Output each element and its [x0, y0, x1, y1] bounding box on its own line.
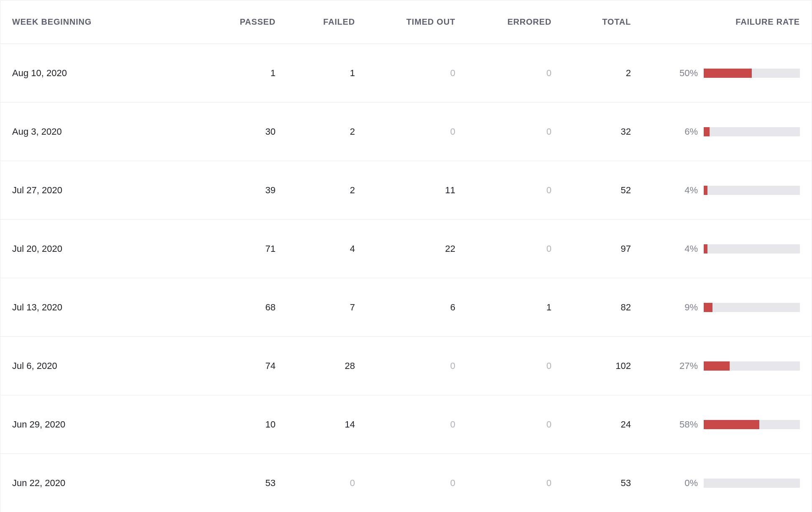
- failure-rate-label: 50%: [679, 68, 698, 79]
- cell-errored: 1: [455, 302, 552, 313]
- col-header-week[interactable]: Week Beginning: [12, 17, 188, 27]
- cell-passed: 10: [188, 419, 276, 430]
- failure-rate-fill: [704, 186, 707, 195]
- failure-rate-wrap: 58%: [631, 419, 800, 430]
- cell-errored: 0: [455, 478, 552, 489]
- failure-rate-wrap: 0%: [631, 478, 800, 489]
- failure-rate-wrap: 27%: [631, 361, 800, 371]
- table-row[interactable]: Jul 20, 2020714220974%: [0, 220, 812, 278]
- table-row[interactable]: Jun 22, 202053000530%: [0, 454, 812, 512]
- table-body: Aug 10, 20201100250%Aug 3, 202030200326%…: [0, 44, 812, 512]
- cell-failed: 28: [276, 361, 355, 371]
- failure-rate-fill: [704, 244, 707, 253]
- cell-failed: 4: [276, 243, 355, 254]
- cell-week: Jun 29, 2020: [12, 419, 188, 430]
- failure-rate-bar: [704, 127, 800, 136]
- cell-errored: 0: [455, 185, 552, 196]
- failure-rate-label: 6%: [684, 126, 698, 137]
- failure-rate-wrap: 9%: [631, 302, 800, 313]
- cell-week: Jul 20, 2020: [12, 243, 188, 254]
- cell-week: Aug 3, 2020: [12, 126, 188, 137]
- table-row[interactable]: Aug 10, 20201100250%: [0, 44, 812, 102]
- col-header-failure-rate[interactable]: Failure Rate: [631, 17, 800, 27]
- failure-rate-bar: [704, 303, 800, 312]
- table-row[interactable]: Aug 3, 202030200326%: [0, 102, 812, 161]
- cell-failed: 2: [276, 185, 355, 196]
- cell-failure-rate: 9%: [631, 302, 800, 313]
- cell-passed: 30: [188, 126, 276, 137]
- failure-rate-label: 4%: [684, 243, 698, 254]
- stats-table: Week Beginning Passed Failed Timed Out E…: [0, 0, 812, 512]
- cell-total: 53: [552, 478, 631, 489]
- stats-table-card: Week Beginning Passed Failed Timed Out E…: [0, 0, 812, 512]
- cell-failure-rate: 50%: [631, 68, 800, 79]
- cell-failure-rate: 27%: [631, 361, 800, 371]
- cell-errored: 0: [455, 126, 552, 137]
- col-header-timed-out[interactable]: Timed Out: [355, 17, 455, 27]
- cell-week: Jul 6, 2020: [12, 361, 188, 371]
- col-header-total[interactable]: Total: [552, 17, 631, 27]
- cell-passed: 68: [188, 302, 276, 313]
- failure-rate-label: 9%: [684, 302, 698, 313]
- failure-rate-fill: [704, 361, 730, 371]
- table-head: Week Beginning Passed Failed Timed Out E…: [0, 0, 812, 44]
- table-row[interactable]: Jun 29, 20201014002458%: [0, 395, 812, 454]
- cell-errored: 0: [455, 419, 552, 430]
- table-row[interactable]: Jul 6, 202074280010227%: [0, 337, 812, 395]
- failure-rate-fill: [704, 303, 712, 312]
- col-header-passed[interactable]: Passed: [188, 17, 276, 27]
- failure-rate-wrap: 4%: [631, 185, 800, 196]
- cell-timed-out: 0: [355, 126, 455, 137]
- failure-rate-bar: [704, 361, 800, 371]
- cell-passed: 71: [188, 243, 276, 254]
- failure-rate-fill: [704, 127, 710, 136]
- col-header-errored[interactable]: Errored: [455, 17, 552, 27]
- cell-timed-out: 0: [355, 361, 455, 371]
- cell-failed: 14: [276, 419, 355, 430]
- cell-failed: 2: [276, 126, 355, 137]
- cell-total: 52: [552, 185, 631, 196]
- cell-timed-out: 11: [355, 185, 455, 196]
- cell-errored: 0: [455, 243, 552, 254]
- cell-timed-out: 0: [355, 419, 455, 430]
- cell-failure-rate: 4%: [631, 185, 800, 196]
- cell-week: Jun 22, 2020: [12, 478, 188, 489]
- cell-week: Jul 27, 2020: [12, 185, 188, 196]
- cell-total: 102: [552, 361, 631, 371]
- failure-rate-label: 4%: [684, 185, 698, 196]
- table-row[interactable]: Jul 13, 202068761829%: [0, 278, 812, 337]
- cell-total: 82: [552, 302, 631, 313]
- cell-total: 24: [552, 419, 631, 430]
- table-row[interactable]: Jul 27, 2020392110524%: [0, 161, 812, 220]
- col-header-failed[interactable]: Failed: [276, 17, 355, 27]
- failure-rate-label: 27%: [679, 361, 698, 371]
- cell-timed-out: 0: [355, 68, 455, 79]
- cell-timed-out: 22: [355, 243, 455, 254]
- failure-rate-wrap: 6%: [631, 126, 800, 137]
- cell-passed: 74: [188, 361, 276, 371]
- cell-timed-out: 0: [355, 478, 455, 489]
- cell-total: 97: [552, 243, 631, 254]
- header-row: Week Beginning Passed Failed Timed Out E…: [0, 0, 812, 44]
- cell-failure-rate: 6%: [631, 126, 800, 137]
- cell-failure-rate: 0%: [631, 478, 800, 489]
- cell-total: 2: [552, 68, 631, 79]
- cell-week: Jul 13, 2020: [12, 302, 188, 313]
- cell-failure-rate: 4%: [631, 243, 800, 254]
- cell-timed-out: 6: [355, 302, 455, 313]
- cell-failed: 0: [276, 478, 355, 489]
- failure-rate-bar: [704, 420, 800, 429]
- failure-rate-bar: [704, 244, 800, 253]
- cell-failed: 7: [276, 302, 355, 313]
- cell-errored: 0: [455, 361, 552, 371]
- failure-rate-fill: [704, 420, 759, 429]
- cell-errored: 0: [455, 68, 552, 79]
- failure-rate-label: 58%: [679, 419, 698, 430]
- cell-week: Aug 10, 2020: [12, 68, 188, 79]
- cell-failed: 1: [276, 68, 355, 79]
- failure-rate-label: 0%: [684, 478, 698, 489]
- failure-rate-bar: [704, 186, 800, 195]
- failure-rate-fill: [704, 69, 752, 78]
- cell-total: 32: [552, 126, 631, 137]
- cell-failure-rate: 58%: [631, 419, 800, 430]
